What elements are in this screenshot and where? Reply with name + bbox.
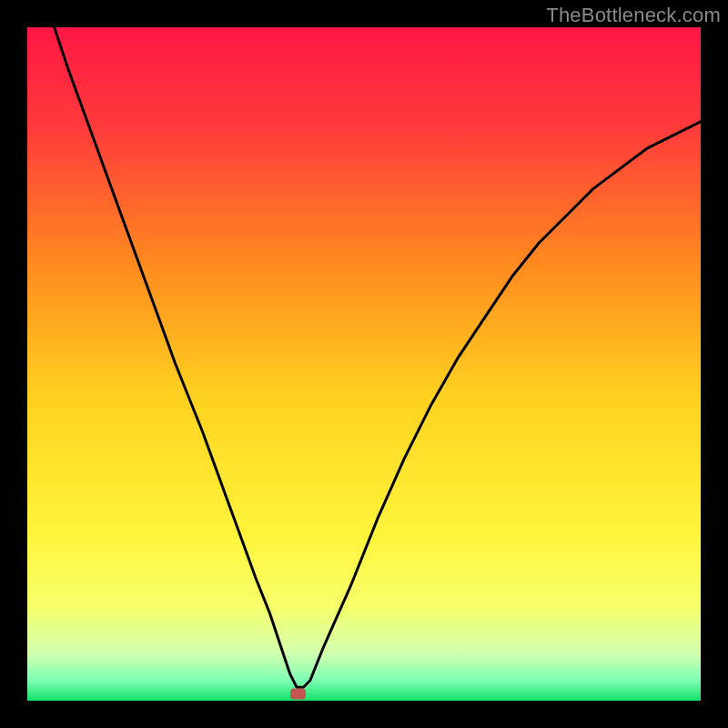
gradient-background: [27, 27, 701, 701]
optimal-marker: [290, 689, 306, 700]
chart-frame: TheBottleneck.com: [0, 0, 728, 728]
bottleneck-chart: [27, 27, 701, 701]
watermark-text: TheBottleneck.com: [546, 4, 721, 27]
